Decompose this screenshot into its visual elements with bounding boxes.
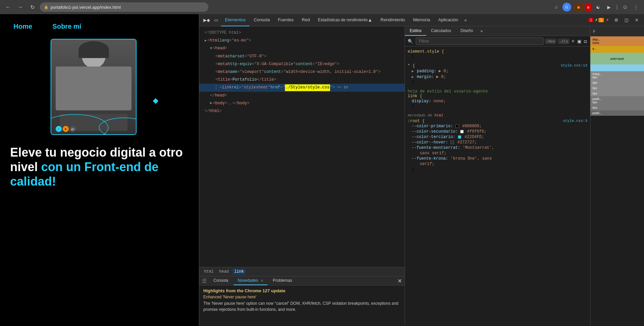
- forward-button[interactable]: →: [16, 2, 25, 12]
- nav-home[interactable]: Home: [13, 23, 32, 30]
- universal-file-ref[interactable]: style.css:13: [561, 63, 587, 68]
- styles-more-tabs[interactable]: »: [478, 26, 486, 36]
- novedades-close[interactable]: ✕: [261, 279, 263, 282]
- breadcrumb-bar: html head link: [199, 267, 405, 276]
- error-badge: 1: [588, 18, 594, 22]
- margin-prop: ▶ margin: ▶ 0;: [412, 74, 587, 80]
- tab-consola[interactable]: Consola: [250, 14, 274, 26]
- tab-red[interactable]: Red: [298, 14, 314, 26]
- novedades-label: Novedades: [238, 278, 258, 283]
- menu-button[interactable]: ⋮: [631, 2, 641, 12]
- close-devtools-button[interactable]: ✕: [632, 16, 641, 25]
- display-prop: display: none;: [412, 99, 587, 104]
- tree-html-open[interactable]: ▶ <html lang="es-mx" >: [199, 37, 405, 45]
- hov-badge[interactable]: :hov: [545, 38, 557, 44]
- tab-estadisticas[interactable]: Estadísticas de rendimiento ▲: [314, 14, 376, 26]
- tree-meta-http[interactable]: <meta http-equiv="X-UA-Compatible" conte…: [199, 60, 405, 68]
- star-button[interactable]: ☆: [552, 2, 561, 12]
- tab-problemas[interactable]: Problemas: [269, 276, 296, 285]
- tab-estilos[interactable]: Estilos: [405, 26, 426, 36]
- ext-red-icon[interactable]: u: [585, 3, 592, 11]
- console-highlights-title: Highlights from the Chrome 127 update: [203, 288, 401, 293]
- fuente-montserrat: --fuente-montserrat: 'Montserrat',: [412, 145, 587, 151]
- devtools-panel: ▶◆ ▭ Elementos Consola Fuentes Red Estad…: [199, 14, 644, 326]
- devtools-more-tabs[interactable]: »: [462, 16, 469, 25]
- element-style-close: }: [412, 54, 587, 59]
- html-tree-content[interactable]: <!DOCTYPE html> ▶ <html lang="es-mx" > ▼…: [199, 26, 405, 267]
- main-content: Home Sobre mí i ★: [0, 14, 644, 326]
- user-profile-button[interactable]: ☺: [620, 2, 630, 12]
- dom-marker: == $0: [337, 85, 348, 91]
- portfolio-preview: Home Sobre mí i ★: [0, 14, 199, 326]
- browser-chrome: ← → ↻ 🔒 portafolio1-psi.vercel.app/index…: [0, 0, 644, 14]
- element-style-body: }: [408, 54, 587, 59]
- body-toggle[interactable]: ▶: [210, 101, 212, 106]
- tree-head-open[interactable]: ▼ <head>: [199, 45, 405, 52]
- tree-dots[interactable]: ⋮: [214, 84, 218, 91]
- tag-bracket-open: <: [207, 37, 210, 44]
- strip-padd1: padd...0px: [590, 96, 644, 105]
- devtools-right-actions: 1 ✗ 1 ✗ ⚙ ◫ ✕: [588, 16, 641, 25]
- fuente-krona: --fuente-krona: 'krona One', sans: [412, 156, 587, 161]
- console-drag-handle[interactable]: ☰: [202, 278, 207, 284]
- tree-meta-viewport[interactable]: <meta name="viewport" content="width=dev…: [199, 68, 405, 76]
- tree-link-selected[interactable]: ⋮ <link rel="stylesheet" href="./Styles/…: [199, 84, 405, 91]
- tab-aplicacion[interactable]: Aplicación: [434, 14, 462, 26]
- enhanced-title: Enhanced 'Never pause here': [203, 295, 401, 299]
- dock-button[interactable]: ◫: [622, 16, 631, 25]
- device-toolbar-button[interactable]: ▭: [211, 16, 221, 25]
- ext-puzzle-button[interactable]: ☯: [593, 2, 603, 12]
- tree-html-close[interactable]: </html>: [199, 107, 405, 115]
- tree-body[interactable]: ▶ <body> … </body>: [199, 100, 405, 107]
- nav-about[interactable]: Sobre mí: [53, 23, 82, 30]
- tab-calculados[interactable]: Calculados: [426, 26, 456, 36]
- head-tag: head: [215, 45, 225, 52]
- root-rule: :root { style.css:3 --color-primario: #0…: [408, 119, 587, 172]
- strip-9: 9 -: [590, 46, 644, 53]
- toggle-device-button[interactable]: ◘: [583, 39, 587, 44]
- universal-body: ▶ padding: ▶ 0; ▶ margin: ▶ 0; }: [408, 68, 587, 85]
- devtools-bottom: ☰ Consola Novedades ✕ Problemas ✕ Highli…: [199, 276, 405, 326]
- head-toggle[interactable]: ▼: [210, 46, 212, 51]
- styles-panel: Estilos Calculados Diseño » 🔍 :hov .cls …: [405, 26, 590, 326]
- settings-button[interactable]: ⚙: [612, 16, 621, 25]
- ext-media-button[interactable]: ▶: [604, 2, 614, 12]
- color-secundario: --color-secundario: #f6f6f6;: [412, 129, 587, 134]
- tree-title[interactable]: <title>Portafolio</title>: [199, 76, 405, 84]
- tab-fuentes[interactable]: Fuentes: [274, 14, 298, 26]
- warning-x-icon: ✗: [606, 18, 609, 22]
- lang-attr: lang: [219, 37, 229, 44]
- html-toggle[interactable]: ▶: [205, 38, 207, 44]
- styles-filter-input[interactable]: [416, 37, 544, 45]
- breadcrumb-link[interactable]: link: [232, 269, 246, 275]
- inspect-element-button[interactable]: ▶◆: [202, 16, 211, 25]
- extensions-button[interactable]: ■: [574, 2, 583, 12]
- cls-badge[interactable]: .cls: [558, 38, 569, 44]
- error-x-icon: ✗: [595, 18, 598, 22]
- console-close-button[interactable]: ✕: [398, 278, 402, 284]
- console-tabs: ☰ Consola Novedades ✕ Problemas ✕: [199, 276, 405, 286]
- swatch-terciario: [458, 135, 461, 139]
- tree-doctype[interactable]: <!DOCTYPE html>: [199, 29, 405, 37]
- tab-rendimiento[interactable]: Rendimiento: [376, 14, 409, 26]
- tree-head-close[interactable]: </head>: [199, 92, 405, 100]
- address-bar[interactable]: 🔒 portafolio1-psi.vercel.app/index.html: [40, 2, 208, 12]
- root-file-ref[interactable]: style.css:3: [563, 119, 587, 124]
- tree-meta-charset[interactable]: <meta charset="UTF-8">: [199, 53, 405, 60]
- breadcrumb-head[interactable]: head: [217, 269, 231, 275]
- tab-console[interactable]: Consola: [209, 276, 232, 285]
- swatch-secundario: [460, 130, 464, 133]
- tab-diseno[interactable]: Diseño: [456, 26, 478, 36]
- new-rule-button[interactable]: ▣: [577, 39, 582, 44]
- tab-memoria[interactable]: Memoria: [409, 14, 434, 26]
- reload-button[interactable]: ↻: [28, 2, 37, 12]
- back-button[interactable]: ←: [3, 2, 13, 12]
- tab-novedades[interactable]: Novedades ✕: [234, 276, 267, 285]
- tab-elementos[interactable]: Elementos: [221, 14, 250, 26]
- profile-avatar[interactable]: G: [562, 3, 571, 11]
- color-terciario: --color-terciario: #22D4FD;: [412, 134, 587, 140]
- ua-stylesheet-rule: hoja de estilo del usuario-agente link {…: [408, 89, 587, 109]
- warning-badge: 1: [598, 18, 604, 22]
- add-style-button[interactable]: +: [571, 38, 575, 44]
- breadcrumb-html[interactable]: html: [202, 269, 216, 275]
